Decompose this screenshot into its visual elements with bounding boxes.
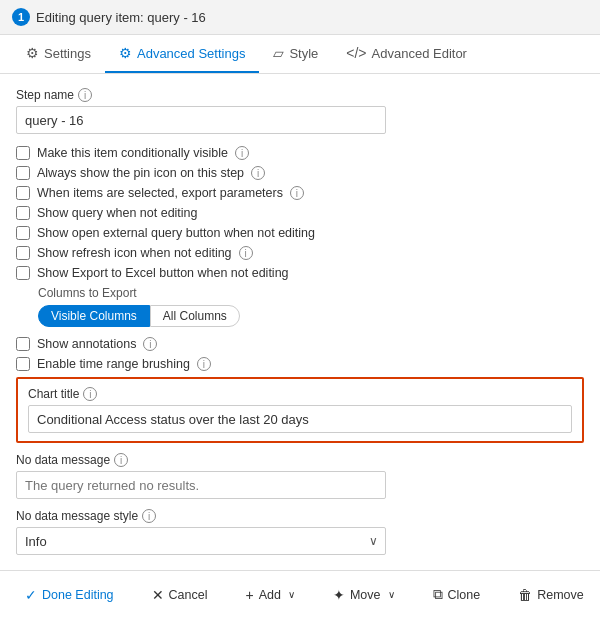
tab-advanced-settings-label: Advanced Settings	[137, 46, 245, 61]
checkbox-annotations-label: Show annotations	[37, 337, 136, 351]
checkbox-show-query-input[interactable]	[16, 206, 30, 220]
clone-button[interactable]: ⧉ Clone	[420, 579, 494, 610]
checkbox-refresh-icon-label: Show refresh icon when not editing	[37, 246, 232, 260]
tab-settings[interactable]: ⚙ Settings	[12, 35, 105, 73]
no-data-message-style-group: No data message style i Info Warning Err…	[16, 509, 584, 555]
clone-icon: ⧉	[433, 586, 443, 603]
done-editing-check-icon: ✓	[25, 587, 37, 603]
checkbox-export-params-input[interactable]	[16, 186, 30, 200]
step-name-group: Step name i	[16, 88, 584, 134]
conditionally-visible-info-icon[interactable]: i	[235, 146, 249, 160]
remove-icon: 🗑	[518, 587, 532, 603]
checkbox-export-params: When items are selected, export paramete…	[16, 186, 584, 200]
no-data-style-select[interactable]: Info Warning Error	[16, 527, 386, 555]
checkbox-export-excel-label: Show Export to Excel button when not edi…	[37, 266, 289, 280]
checkbox-export-excel-input[interactable]	[16, 266, 30, 280]
no-data-message-style-label: No data message style i	[16, 509, 584, 523]
move-button[interactable]: ✦ Move ∨	[320, 580, 408, 610]
checkbox-annotations: Show annotations i	[16, 337, 584, 351]
clone-label: Clone	[448, 588, 481, 602]
add-label: Add	[259, 588, 281, 602]
remove-label: Remove	[537, 588, 584, 602]
settings-icon: ⚙	[26, 45, 39, 61]
step-name-info-icon[interactable]: i	[78, 88, 92, 102]
checkbox-open-external-label: Show open external query button when not…	[37, 226, 315, 240]
pin-icon-info-icon[interactable]: i	[251, 166, 265, 180]
done-editing-button[interactable]: ✓ Done Editing	[12, 580, 127, 610]
chart-title-info-icon[interactable]: i	[83, 387, 97, 401]
cancel-icon: ✕	[152, 587, 164, 603]
no-data-style-wrapper: Info Warning Error	[16, 527, 386, 555]
move-icon: ✦	[333, 587, 345, 603]
checkbox-open-external-input[interactable]	[16, 226, 30, 240]
checkbox-export-excel: Show Export to Excel button when not edi…	[16, 266, 584, 280]
add-icon: +	[246, 587, 254, 603]
tab-style-label: Style	[289, 46, 318, 61]
step-name-input[interactable]	[16, 106, 386, 134]
checkbox-time-range-input[interactable]	[16, 357, 30, 371]
checkbox-time-range: Enable time range brushing i	[16, 357, 584, 371]
checkbox-pin-icon-input[interactable]	[16, 166, 30, 180]
chart-title-input[interactable]	[28, 405, 572, 433]
no-data-message-input[interactable]	[16, 471, 386, 499]
tab-style[interactable]: ▱ Style	[259, 35, 332, 73]
annotations-info-icon[interactable]: i	[143, 337, 157, 351]
add-dropdown-arrow: ∨	[288, 589, 295, 600]
header-title: Editing query item: query - 16	[36, 10, 206, 25]
advanced-settings-icon: ⚙	[119, 45, 132, 61]
checkbox-pin-icon: Always show the pin icon on this step i	[16, 166, 584, 180]
checkbox-time-range-label: Enable time range brushing	[37, 357, 190, 371]
main-content: Step name i Make this item conditionally…	[0, 74, 600, 570]
columns-to-export-label: Columns to Export	[38, 286, 584, 300]
no-data-message-group: No data message i	[16, 453, 584, 499]
checkbox-open-external: Show open external query button when not…	[16, 226, 584, 240]
tab-advanced-settings[interactable]: ⚙ Advanced Settings	[105, 35, 259, 73]
remove-button[interactable]: 🗑 Remove	[505, 580, 597, 610]
no-data-message-info-icon[interactable]: i	[114, 453, 128, 467]
cancel-label: Cancel	[169, 588, 208, 602]
no-data-style-info-icon[interactable]: i	[142, 509, 156, 523]
time-range-info-icon[interactable]: i	[197, 357, 211, 371]
header-bar: 1 Editing query item: query - 16	[0, 0, 600, 35]
checkbox-pin-icon-label: Always show the pin icon on this step	[37, 166, 244, 180]
cancel-button[interactable]: ✕ Cancel	[139, 580, 221, 610]
checkbox-refresh-icon-input[interactable]	[16, 246, 30, 260]
checkbox-show-query: Show query when not editing	[16, 206, 584, 220]
tab-advanced-editor[interactable]: </> Advanced Editor	[332, 35, 481, 73]
tab-settings-label: Settings	[44, 46, 91, 61]
checkbox-conditionally-visible-input[interactable]	[16, 146, 30, 160]
checkbox-refresh-icon: Show refresh icon when not editing i	[16, 246, 584, 260]
move-dropdown-arrow: ∨	[388, 589, 395, 600]
refresh-icon-info-icon[interactable]: i	[239, 246, 253, 260]
done-editing-label: Done Editing	[42, 588, 114, 602]
checkbox-show-query-label: Show query when not editing	[37, 206, 198, 220]
header-badge: 1	[12, 8, 30, 26]
tabs-bar: ⚙ Settings ⚙ Advanced Settings ▱ Style <…	[0, 35, 600, 74]
no-data-message-label: No data message i	[16, 453, 584, 467]
chart-title-section: Chart title i	[16, 377, 584, 443]
export-params-info-icon[interactable]: i	[290, 186, 304, 200]
checkbox-export-params-label: When items are selected, export paramete…	[37, 186, 283, 200]
step-name-label: Step name i	[16, 88, 584, 102]
all-columns-btn[interactable]: All Columns	[150, 305, 240, 327]
footer-bar: ✓ Done Editing ✕ Cancel + Add ∨ ✦ Move ∨…	[0, 570, 600, 618]
columns-to-export-section: Columns to Export Visible Columns All Co…	[38, 286, 584, 327]
tab-advanced-editor-label: Advanced Editor	[372, 46, 467, 61]
chart-title-label: Chart title i	[28, 387, 572, 401]
add-button[interactable]: + Add ∨	[233, 580, 308, 610]
checkbox-conditionally-visible-label: Make this item conditionally visible	[37, 146, 228, 160]
checkbox-conditionally-visible: Make this item conditionally visible i	[16, 146, 584, 160]
checkbox-annotations-input[interactable]	[16, 337, 30, 351]
style-icon: ▱	[273, 45, 284, 61]
columns-toggle-group: Visible Columns All Columns	[38, 305, 584, 327]
visible-columns-btn[interactable]: Visible Columns	[38, 305, 150, 327]
move-label: Move	[350, 588, 381, 602]
advanced-editor-icon: </>	[346, 45, 366, 61]
